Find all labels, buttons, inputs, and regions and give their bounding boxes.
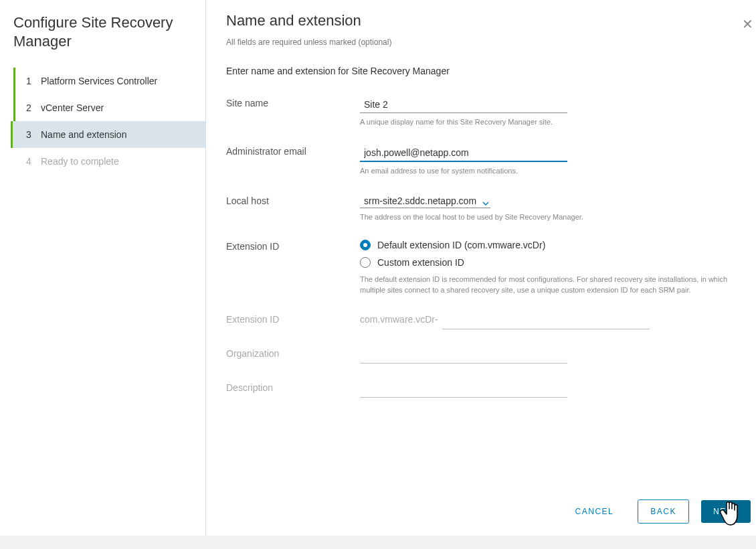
- step-label: vCenter Server: [41, 102, 104, 113]
- main-panel: ✕ Name and extension All fields are requ…: [206, 0, 756, 536]
- row-description: Description: [226, 381, 743, 398]
- wizard-container: Configure Site Recovery Manager 1 Platfo…: [0, 0, 756, 536]
- page-instruction: Enter name and extension for Site Recove…: [226, 66, 743, 76]
- label-extension-id: Extension ID: [226, 240, 360, 252]
- hint-admin-email: An email address to use for system notif…: [360, 166, 741, 176]
- label-organization: Organization: [226, 347, 360, 359]
- step-platform-services-controller[interactable]: 1 Platform Services Controller: [13, 68, 205, 94]
- description-input[interactable]: [360, 381, 567, 398]
- hint-local-host: The address on the local host to be used…: [360, 212, 741, 222]
- admin-email-input[interactable]: [360, 145, 567, 162]
- site-name-input[interactable]: [360, 96, 567, 113]
- wizard-footer: CANCEL BACK NEXT: [563, 499, 751, 524]
- step-number: 1: [26, 76, 41, 86]
- local-host-value: srm-site2.sddc.netapp.com: [364, 195, 482, 206]
- cancel-button[interactable]: CANCEL: [563, 500, 626, 523]
- page-subtitle: All fields are required unless marked (o…: [226, 37, 743, 47]
- radio-dot-icon: [360, 257, 371, 268]
- row-extension-id: Extension ID Default extension ID (com.v…: [226, 240, 743, 295]
- label-extension-id-custom: Extension ID: [226, 313, 360, 325]
- local-host-select[interactable]: srm-site2.sddc.netapp.com: [360, 194, 490, 208]
- wizard-title: Configure Site Recovery Manager: [13, 13, 205, 50]
- step-name-and-extension[interactable]: 3 Name and extension: [11, 121, 205, 148]
- step-label: Name and extension: [41, 129, 126, 140]
- radio-label-default: Default extension ID (com.vmware.vcDr): [377, 240, 545, 250]
- row-organization: Organization: [226, 347, 743, 364]
- chevron-down-icon: [482, 198, 489, 204]
- hint-site-name: A unique display name for this Site Reco…: [360, 117, 741, 127]
- row-extension-id-custom: Extension ID com.vmware.vcDr-: [226, 313, 743, 329]
- radio-label-custom: Custom extension ID: [377, 257, 464, 268]
- wizard-sidebar: Configure Site Recovery Manager 1 Platfo…: [0, 0, 206, 536]
- extension-id-custom-input: [442, 313, 650, 329]
- row-local-host: Local host srm-site2.sddc.netapp.com The…: [226, 194, 743, 222]
- label-site-name: Site name: [226, 96, 360, 108]
- row-site-name: Site name A unique display name for this…: [226, 96, 743, 127]
- step-number: 2: [26, 102, 41, 113]
- label-admin-email: Administrator email: [226, 145, 360, 157]
- step-number: 4: [26, 156, 41, 167]
- step-ready-to-complete: 4 Ready to complete: [13, 148, 205, 175]
- back-button[interactable]: BACK: [638, 499, 689, 524]
- hint-extension-id: The default extension ID is recommended …: [360, 274, 741, 295]
- radio-custom-extension[interactable]: Custom extension ID: [360, 257, 741, 268]
- step-vcenter-server[interactable]: 2 vCenter Server: [13, 94, 205, 121]
- next-button[interactable]: NEXT: [701, 500, 751, 523]
- organization-input[interactable]: [360, 347, 567, 364]
- bottom-bar: [0, 536, 756, 549]
- step-list: 1 Platform Services Controller 2 vCenter…: [13, 68, 205, 175]
- radio-default-extension[interactable]: Default extension ID (com.vmware.vcDr): [360, 240, 741, 250]
- label-local-host: Local host: [226, 194, 360, 206]
- close-icon[interactable]: ✕: [742, 16, 753, 32]
- radio-dot-icon: [360, 240, 371, 250]
- page-title: Name and extension: [226, 12, 743, 29]
- label-description: Description: [226, 381, 360, 393]
- row-admin-email: Administrator email An email address to …: [226, 145, 743, 176]
- extension-id-prefix: com.vmware.vcDr-: [360, 314, 438, 327]
- step-number: 3: [26, 129, 41, 140]
- step-label: Ready to complete: [41, 156, 119, 167]
- extension-id-radio-group: Default extension ID (com.vmware.vcDr) C…: [360, 240, 741, 268]
- step-label: Platform Services Controller: [41, 76, 157, 86]
